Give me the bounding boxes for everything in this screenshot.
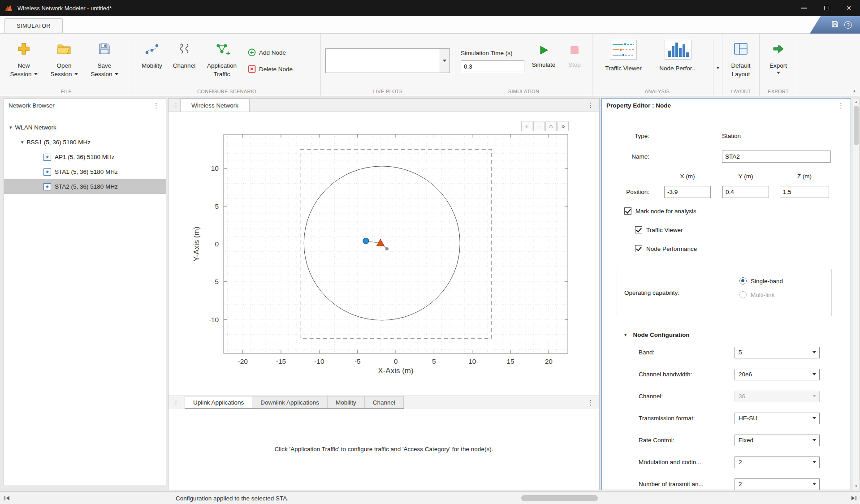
horizontal-scrollbar-thumb[interactable] bbox=[521, 495, 598, 501]
dropdown-value: 2 bbox=[739, 459, 742, 465]
restore-view-button[interactable]: ⌂ bbox=[545, 121, 557, 131]
mobility-button[interactable]: Mobility bbox=[136, 34, 168, 96]
dropdown-modulation-and-codin[interactable]: 2 bbox=[735, 457, 820, 468]
checkbox-node-performance[interactable] bbox=[635, 245, 642, 252]
kebab-menu-icon[interactable]: ⋮ bbox=[585, 399, 596, 406]
tab-downlink-applications[interactable]: Downlink Applications bbox=[252, 396, 327, 408]
dropdown-caret-icon bbox=[443, 60, 446, 62]
tab-channel[interactable]: Channel bbox=[364, 396, 404, 408]
save-session-button[interactable]: Save Session bbox=[84, 34, 125, 96]
expander-icon[interactable]: ▾ bbox=[21, 139, 24, 145]
dropdown-number-of-transmit-an[interactable]: 2 bbox=[735, 478, 820, 490]
quick-save-button[interactable] bbox=[831, 21, 838, 29]
radio-single-band[interactable] bbox=[739, 277, 747, 284]
channel-button[interactable]: Channel bbox=[168, 34, 200, 96]
ribbon-empty-space: ▲ bbox=[797, 34, 860, 96]
tree-item-wlan[interactable]: ▾WLAN Network bbox=[4, 120, 166, 135]
radio-multi-link[interactable] bbox=[739, 291, 747, 298]
live-plots-caret-button[interactable] bbox=[439, 49, 449, 73]
node-performance-button[interactable]: Node Perfor... bbox=[651, 40, 705, 96]
dropdown-band[interactable]: 5 bbox=[735, 347, 820, 358]
application-traffic-button[interactable]: Application Traffic bbox=[200, 34, 243, 96]
network-plot[interactable]: -20-15-10-505101520-10-50510X-Axis (m)Y-… bbox=[169, 112, 599, 396]
kebab-menu-icon[interactable]: ⋮ bbox=[151, 102, 161, 109]
button-label: Layout bbox=[732, 70, 750, 78]
dropdown-caret-icon bbox=[812, 483, 816, 485]
live-plots-dropdown[interactable] bbox=[325, 48, 450, 73]
position-y-field[interactable] bbox=[722, 186, 769, 198]
analysis-gallery-expand-button[interactable] bbox=[713, 40, 722, 96]
dropdown-channel[interactable]: 36 bbox=[735, 391, 820, 402]
tab-wireless-network[interactable]: Wireless Network bbox=[180, 99, 250, 112]
tree-item-sta2[interactable]: ★STA2 (5, 36) 5180 MHz bbox=[4, 179, 166, 194]
svg-text:-20: -20 bbox=[238, 358, 248, 365]
open-session-button[interactable]: Open Session bbox=[44, 34, 84, 96]
ribbon-section-export: Export EXPORT bbox=[760, 34, 797, 96]
expander-icon[interactable]: ▾ bbox=[9, 125, 12, 130]
simulate-button[interactable]: Simulate bbox=[527, 34, 560, 96]
title-bar: Wireless Network Modeler - untitled* ✕ bbox=[0, 0, 860, 16]
x-header: X (m) bbox=[664, 173, 711, 180]
node-configuration-header[interactable]: ▾ Node Configuration bbox=[602, 328, 851, 341]
zoom-out-button[interactable]: − bbox=[533, 121, 545, 131]
button-label: Session bbox=[91, 71, 112, 78]
tree-item-sta1[interactable]: ★STA1 (5, 36) 5180 MHz bbox=[4, 164, 166, 179]
add-node-button[interactable]: Add Node bbox=[248, 47, 293, 58]
button-label: Traffic bbox=[214, 70, 230, 78]
y-header: Y (m) bbox=[722, 173, 769, 180]
button-label: Node Perfor... bbox=[659, 65, 696, 72]
drag-handle-icon[interactable]: ⋮ bbox=[173, 399, 179, 406]
checkbox-mark-node-for-analysis[interactable] bbox=[624, 207, 631, 215]
dropdown-channel-bandwidth[interactable]: 20e6 bbox=[735, 369, 820, 380]
drag-handle-icon[interactable]: ⋮ bbox=[173, 102, 179, 108]
node-star-icon: ★ bbox=[43, 154, 51, 161]
channel-icon bbox=[177, 40, 191, 58]
position-x-field[interactable] bbox=[664, 186, 711, 198]
dropdown-rate-control[interactable]: Fixed bbox=[735, 435, 820, 446]
section-label-file: FILE bbox=[0, 89, 133, 94]
canvas-panel: ⋮ Wireless Network ⋮ -20-15-10-505101520… bbox=[168, 98, 600, 490]
field-label: Band: bbox=[639, 349, 735, 356]
name-field[interactable] bbox=[722, 151, 831, 163]
dropdown-transmission-format[interactable]: HE-SU bbox=[735, 413, 820, 424]
kebab-menu-icon[interactable]: ⋮ bbox=[585, 102, 596, 108]
minimize-button[interactable] bbox=[793, 0, 815, 16]
kebab-menu-icon[interactable]: ⋮ bbox=[836, 102, 846, 109]
scroll-down-icon[interactable]: ▼ bbox=[853, 484, 859, 488]
svg-text:-15: -15 bbox=[276, 358, 286, 365]
collapse-left-icon[interactable] bbox=[4, 495, 10, 502]
node-performance-icon bbox=[665, 40, 691, 61]
checkbox-traffic-viewer[interactable] bbox=[635, 226, 642, 233]
zoom-in-button[interactable]: + bbox=[521, 121, 532, 131]
tab-uplink-applications[interactable]: Uplink Applications bbox=[185, 396, 252, 408]
tree-item-label: BSS1 (5, 36) 5180 MHz bbox=[27, 139, 91, 146]
maximize-button[interactable] bbox=[815, 0, 838, 16]
tab-simulator[interactable]: SIMULATOR bbox=[4, 18, 63, 33]
tree-item-ap1[interactable]: ★AP1 (5, 36) 5180 MHz bbox=[4, 150, 166, 164]
simulation-time-input[interactable] bbox=[461, 60, 524, 72]
radio-group: Single-bandMulti-link bbox=[739, 277, 783, 298]
scroll-up-icon[interactable]: ▲ bbox=[853, 100, 859, 104]
delete-node-button[interactable]: Delete Node bbox=[248, 64, 293, 74]
collapse-ribbon-icon[interactable]: ▲ bbox=[852, 89, 856, 93]
section-label-live-plots: LIVE PLOTS bbox=[321, 89, 455, 94]
tree-item-bss1[interactable]: ▾BSS1 (5, 36) 5180 MHz bbox=[4, 135, 166, 150]
position-z-field[interactable] bbox=[780, 186, 829, 198]
vertical-scrollbar-thumb[interactable] bbox=[854, 106, 859, 145]
close-button[interactable]: ✕ bbox=[838, 0, 860, 16]
new-session-button[interactable]: New Session bbox=[4, 34, 44, 96]
default-layout-button[interactable]: Default Layout bbox=[722, 34, 759, 96]
field-label: Rate Control: bbox=[639, 437, 735, 444]
help-button[interactable]: ? bbox=[844, 21, 852, 29]
traffic-viewer-button[interactable]: Traffic Viewer bbox=[596, 40, 651, 96]
expand-toolbar-button[interactable]: » bbox=[557, 121, 569, 131]
collapse-right-icon[interactable] bbox=[851, 495, 857, 502]
property-editor-scrollbar[interactable]: ▲ ▼ bbox=[853, 98, 860, 490]
export-button[interactable]: Export bbox=[760, 34, 797, 96]
field-label: Modulation and codin... bbox=[639, 459, 735, 465]
button-label: Stop bbox=[568, 60, 581, 69]
tab-mobility[interactable]: Mobility bbox=[327, 396, 364, 408]
ribbon-section-analysis: Traffic Viewer Node Perfor... ANALYSIS bbox=[592, 34, 722, 96]
button-label: Add Node bbox=[259, 49, 286, 56]
position-label: Position: bbox=[602, 189, 649, 195]
